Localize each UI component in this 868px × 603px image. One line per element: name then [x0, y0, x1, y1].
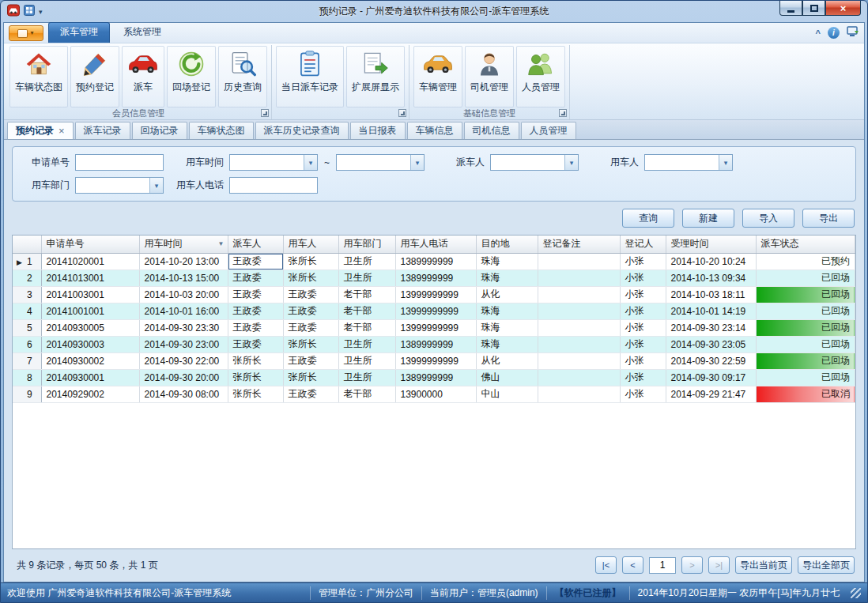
quick-access-icon[interactable]: [24, 5, 35, 18]
ribbon-button-driver-management[interactable]: 司机管理: [465, 46, 514, 107]
quick-access-dropdown-icon[interactable]: ▾: [39, 8, 43, 16]
column-header-accept-time[interactable]: 受理时间: [666, 236, 756, 253]
column-header-registrar[interactable]: 登记人: [620, 236, 666, 253]
app-menu-button[interactable]: ▾: [9, 25, 43, 41]
filter-user-phone-input[interactable]: [229, 177, 318, 194]
table-row[interactable]: ▶5201409300052014-09-30 23:30王政委王政委老干部13…: [13, 319, 855, 336]
create-button[interactable]: 新建: [682, 209, 734, 228]
maximize-button[interactable]: [802, 1, 825, 16]
filter-row-2: 用车部门▾用车人电话: [22, 177, 846, 194]
help-icon[interactable]: i: [828, 27, 840, 39]
filter-dispatcher-combo[interactable]: ▾: [490, 154, 579, 171]
group-dialog-launcher-icon[interactable]: [261, 109, 269, 117]
ribbon-button-today-dispatch-records[interactable]: 当日派车记录: [276, 46, 344, 107]
group-dialog-launcher-icon[interactable]: [559, 109, 567, 117]
content-panel: 申请单号用车时间▾~▾派车人▾用车人▾ 用车部门▾用车人电话 查询新建导入导出 …: [4, 140, 864, 582]
column-header-car-user[interactable]: 用车人: [283, 236, 338, 253]
chevron-down-icon[interactable]: ▾: [410, 155, 424, 170]
ribbon-button-vehicle-management[interactable]: 车辆管理: [413, 46, 462, 107]
ribbon-button-history-query[interactable]: 历史查询: [218, 46, 267, 107]
query-button[interactable]: 查询: [622, 209, 674, 228]
row-indicator-cell: ▶5: [13, 319, 41, 336]
table-row[interactable]: ▶2201410130012014-10-13 15:00王政委张所长卫生所13…: [13, 269, 855, 286]
chevron-down-icon[interactable]: ▾: [564, 155, 578, 170]
ribbon-button-dispatch[interactable]: 派车: [122, 46, 164, 107]
export-all-pages-button[interactable]: 导出全部页: [798, 556, 855, 574]
filter-request-no-input[interactable]: [75, 154, 164, 171]
ribbon-button-personnel-management[interactable]: 人员管理: [516, 46, 565, 107]
close-button[interactable]: ×: [825, 1, 861, 16]
ribbon-button-reservation-register[interactable]: 预约登记: [70, 46, 119, 107]
filter-use-time-to-combo[interactable]: ▾: [336, 154, 425, 171]
filter-department-combo[interactable]: ▾: [75, 177, 164, 194]
row-indicator-cell: ▶4: [13, 303, 41, 319]
import-button[interactable]: 导入: [742, 209, 794, 228]
column-header-use-time[interactable]: 用车时间▼: [139, 236, 228, 253]
table-row[interactable]: ▶8201409300012014-09-30 20:00张所长张所长卫生所13…: [13, 369, 855, 386]
app-frame: ▾ 派车管理系统管理 ^ i 车辆状态图预约登记派车回场登记历史查询会员信息管理…: [3, 22, 865, 582]
row-indicator-cell: ▶8: [13, 369, 41, 386]
ribbon-button-return-register[interactable]: 回场登记: [167, 46, 216, 107]
ribbon-group-basic-info: 车辆管理司机管理人员管理基础信息管理: [409, 45, 570, 119]
table-row[interactable]: ▶9201409290022014-09-30 08:00张所长王政委老干部13…: [13, 386, 855, 402]
ribbon-button-extend-screen-display[interactable]: 扩展屏显示: [346, 46, 405, 107]
minimize-button[interactable]: [779, 1, 802, 16]
chevron-down-icon[interactable]: ▾: [149, 178, 163, 193]
last-page-button[interactable]: >|: [708, 556, 730, 574]
column-header-department[interactable]: 用车部门: [338, 236, 395, 253]
export-button[interactable]: 导出: [802, 209, 855, 228]
column-header-dispatch-status[interactable]: 派车状态: [756, 236, 855, 253]
ribbon-body: 车辆状态图预约登记派车回场登记历史查询会员信息管理当日派车记录扩展屏显示车辆管理…: [4, 43, 864, 120]
doc-tab-personnel-management[interactable]: 人员管理: [521, 122, 576, 139]
close-tab-icon[interactable]: ×: [58, 125, 65, 137]
resize-grip-icon[interactable]: [851, 588, 861, 598]
registration-status-link[interactable]: 【软件已注册】: [546, 586, 629, 600]
doc-tab-vehicle-info[interactable]: 车辆信息: [407, 122, 462, 139]
dispatch-status-cell: 已回场: [756, 352, 855, 369]
doc-tab-driver-info[interactable]: 司机信息: [464, 122, 519, 139]
doc-tab-vehicle-status-chart[interactable]: 车辆状态图: [189, 122, 254, 139]
row-indicator-header: [13, 236, 41, 253]
doc-tab-today-report[interactable]: 当日报表: [350, 122, 406, 139]
column-header-user-phone[interactable]: 用车人电话: [395, 236, 476, 253]
ribbon-tab-row: ▾ 派车管理系统管理 ^ i: [4, 23, 864, 43]
titlebar: ▾ 预约记录 - 广州爱奇迪软件科技有限公司-派车管理系统 ×: [1, 1, 867, 22]
column-filter-icon[interactable]: ▼: [218, 240, 225, 247]
collapse-ribbon-icon[interactable]: ^: [816, 28, 821, 38]
ribbon-button-vehicle-status-chart[interactable]: 车辆状态图: [9, 46, 68, 107]
ribbon-group-daily-records: 当日派车记录扩展屏显示: [272, 45, 409, 119]
ribbon-tab-system-management[interactable]: 系统管理: [111, 22, 173, 43]
first-page-button[interactable]: |<: [595, 556, 617, 574]
history-search-icon: [228, 50, 258, 78]
column-header-register-remark[interactable]: 登记备注: [538, 236, 620, 253]
filter-car-user-combo[interactable]: ▾: [644, 154, 733, 171]
column-header-dispatcher[interactable]: 派车人: [228, 236, 283, 253]
prev-page-button[interactable]: <: [622, 556, 643, 574]
table-row[interactable]: ▶4201410010012014-10-01 16:00王政委王政委老干部13…: [13, 303, 855, 319]
app-window: ▾ 预约记录 - 广州爱奇迪软件科技有限公司-派车管理系统 × ▾ 派车管理系统…: [0, 0, 868, 603]
page-number-input[interactable]: [649, 557, 676, 574]
doc-tab-reservation-records[interactable]: 预约记录×: [7, 122, 74, 139]
chevron-down-icon[interactable]: ▾: [719, 155, 732, 170]
doc-tab-return-records[interactable]: 回场记录: [132, 122, 187, 139]
ribbon-tab-dispatch-management[interactable]: 派车管理: [48, 22, 110, 43]
pencil-icon: [80, 50, 110, 78]
doc-tab-dispatch-records[interactable]: 派车记录: [75, 122, 130, 139]
table-row[interactable]: ▶3201410030012014-10-03 20:00王政委王政委老干部13…: [13, 286, 855, 303]
next-page-button[interactable]: >: [681, 556, 703, 574]
table-row[interactable]: ▶1201410200012014-10-20 13:00王政委张所长卫生所13…: [13, 253, 855, 269]
chevron-down-icon[interactable]: ▾: [304, 155, 317, 170]
doc-tab-dispatch-history-query[interactable]: 派车历史记录查询: [255, 122, 349, 139]
export-current-page-button[interactable]: 导出当前页: [735, 556, 792, 574]
window-controls: ×: [779, 1, 861, 16]
filter-use-time-from-combo[interactable]: ▾: [229, 154, 318, 171]
table-row[interactable]: ▶7201409300022014-09-30 22:00张所长王政委卫生所13…: [13, 352, 855, 369]
table-row[interactable]: ▶6201409300032014-09-30 23:00王政委张所长卫生所13…: [13, 336, 855, 352]
pagination: |<<>>|导出当前页导出全部页: [595, 556, 855, 574]
column-header-destination[interactable]: 目的地: [476, 236, 538, 253]
row-indicator-cell: ▶3: [13, 286, 41, 303]
extend-screen-icon: [360, 50, 391, 78]
group-dialog-launcher-icon[interactable]: [398, 109, 406, 117]
column-header-request-no[interactable]: 申请单号: [41, 236, 139, 253]
style-selector-icon[interactable]: [847, 26, 859, 40]
